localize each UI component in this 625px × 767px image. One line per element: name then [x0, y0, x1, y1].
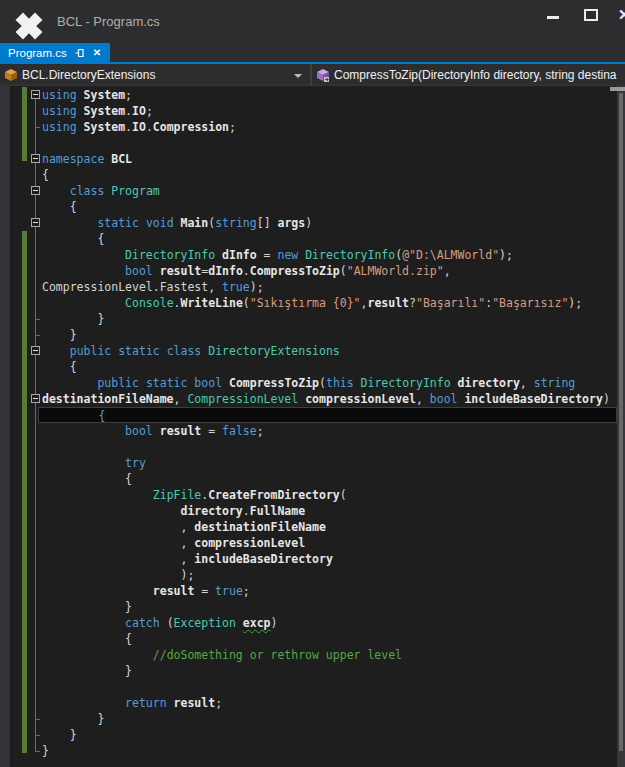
code-token: Main	[181, 216, 209, 230]
code-token	[139, 216, 146, 230]
code-token: =	[201, 424, 222, 438]
code-line[interactable]: public static bool CompressToZip(this Di…	[38, 375, 617, 391]
code-token	[77, 104, 84, 118]
code-line[interactable]: namespace BCL	[38, 151, 617, 167]
title-bar[interactable]: BCL - Program.cs ✕	[0, 0, 625, 43]
code-token: Program	[111, 184, 159, 198]
code-line[interactable]: {	[38, 167, 617, 183]
code-line[interactable]: }	[38, 711, 617, 727]
code-line[interactable]: {	[38, 631, 617, 647]
code-token: try	[125, 456, 146, 470]
code-token: result	[367, 296, 409, 310]
code-line[interactable]: destinationFileName, CompressionLevel co…	[38, 391, 617, 407]
code-token: IO	[132, 104, 146, 118]
code-line[interactable]: , includeBaseDirectory	[38, 551, 617, 567]
tab-close-icon[interactable]: ✕	[93, 48, 101, 58]
tab-program-cs[interactable]: Program.cs ✕	[0, 43, 110, 62]
code-line[interactable]: }	[38, 311, 617, 327]
code-line[interactable]: catch (Exception excp)	[38, 615, 617, 631]
code-line[interactable]: DirectoryInfo dInfo = new DirectoryInfo(…	[38, 247, 617, 263]
code-token	[42, 616, 125, 630]
code-token: @"D:\ALMWorld"	[402, 248, 499, 262]
code-token: catch	[125, 616, 160, 630]
code-line[interactable]: ZipFile.CreateFromDirectory(	[38, 487, 617, 503]
code-token: .	[243, 264, 250, 278]
maximize-button[interactable]	[572, 0, 606, 28]
code-line[interactable]: using System.IO.Compression;	[38, 119, 617, 135]
code-line[interactable]: using System;	[38, 87, 617, 103]
code-token	[42, 456, 125, 470]
code-token	[42, 504, 180, 518]
code-token: true	[222, 280, 250, 294]
code-line[interactable]: class Program	[38, 183, 617, 199]
code-line[interactable]: );	[38, 567, 617, 583]
code-token: (	[340, 488, 347, 502]
chevron-down-icon[interactable]	[294, 74, 302, 78]
navigation-bar: BCL.DirectoryExtensions CompressToZip(Di…	[0, 64, 625, 86]
type-dropdown-label: BCL.DirectoryExtensions	[22, 68, 155, 82]
code-line[interactable]: {	[38, 231, 617, 247]
type-dropdown[interactable]: BCL.DirectoryExtensions	[0, 64, 310, 86]
code-token: )	[603, 392, 610, 406]
code-line[interactable]: result = true;	[38, 583, 617, 599]
code-token: {	[98, 409, 105, 423]
minimize-button[interactable]	[536, 0, 570, 28]
code-token: )	[305, 216, 312, 230]
code-line[interactable]: {	[38, 199, 617, 215]
code-line[interactable]: //doSomething or rethrow upper level	[38, 647, 617, 663]
code-token	[153, 264, 160, 278]
code-token	[42, 344, 70, 358]
code-token: public	[97, 376, 139, 390]
code-line[interactable]: }	[38, 727, 617, 743]
code-line[interactable]	[38, 135, 617, 151]
code-token: ZipFile	[153, 488, 201, 502]
code-line[interactable]: directory.FullName	[38, 503, 617, 519]
code-line[interactable]: return result;	[38, 695, 617, 711]
code-line[interactable]: {	[38, 359, 617, 375]
indicator-margin[interactable]	[0, 86, 10, 767]
tab-label: Program.cs	[8, 47, 67, 59]
member-dropdown[interactable]: CompressToZip(DirectoryInfo directory, s…	[312, 64, 625, 86]
scrollbar-thumb[interactable]	[619, 93, 623, 751]
code-token	[42, 216, 97, 230]
code-line[interactable]: }	[38, 599, 617, 615]
code-line[interactable]	[38, 679, 617, 695]
pin-icon[interactable]	[75, 48, 85, 58]
code-token: ,	[444, 264, 451, 278]
code-line[interactable]: }	[38, 743, 617, 759]
code-line[interactable]: using System.IO;	[38, 103, 617, 119]
code-line[interactable]: Console.WriteLine("Sıkıştırma {0}",resul…	[38, 295, 617, 311]
code-line[interactable]	[38, 439, 617, 455]
code-token: }	[42, 728, 77, 742]
code-token: static	[118, 344, 160, 358]
code-token: public	[70, 344, 112, 358]
code-line[interactable]: {	[38, 407, 617, 423]
code-line[interactable]: }	[38, 663, 617, 679]
code-line[interactable]: {	[38, 471, 617, 487]
code-line[interactable]: public static class DirectoryExtensions	[38, 343, 617, 359]
code-token: dInfo	[222, 248, 257, 262]
split-window-handle[interactable]	[610, 87, 625, 91]
code-token: CreateFromDirectory	[208, 488, 340, 502]
code-token: "Başarısız"	[492, 296, 568, 310]
code-token: compressionLevel	[305, 392, 416, 406]
code-token: ,	[42, 520, 194, 534]
code-token: ;	[229, 120, 236, 134]
code-token: ;	[125, 88, 132, 102]
code-line[interactable]: static void Main(string[] args)	[38, 215, 617, 231]
code-token	[42, 264, 125, 278]
code-token	[77, 120, 84, 134]
code-line[interactable]: , compressionLevel	[38, 535, 617, 551]
code-line[interactable]: CompressionLevel.Fastest, true);	[38, 279, 617, 295]
code-line[interactable]: bool result = false;	[38, 423, 617, 439]
code-line[interactable]: try	[38, 455, 617, 471]
code-token	[77, 88, 84, 102]
code-token: );	[42, 568, 194, 582]
code-line[interactable]: , destinationFileName	[38, 519, 617, 535]
code-token: DirectoryInfo	[305, 248, 395, 262]
code-token	[167, 696, 174, 710]
code-area[interactable]: using System;using System.IO;using Syste…	[38, 87, 617, 759]
close-window-button[interactable]: ✕	[606, 0, 625, 28]
code-line[interactable]: }	[38, 327, 617, 343]
code-line[interactable]: bool result=dInfo.CompressToZip("ALMWorl…	[38, 263, 617, 279]
